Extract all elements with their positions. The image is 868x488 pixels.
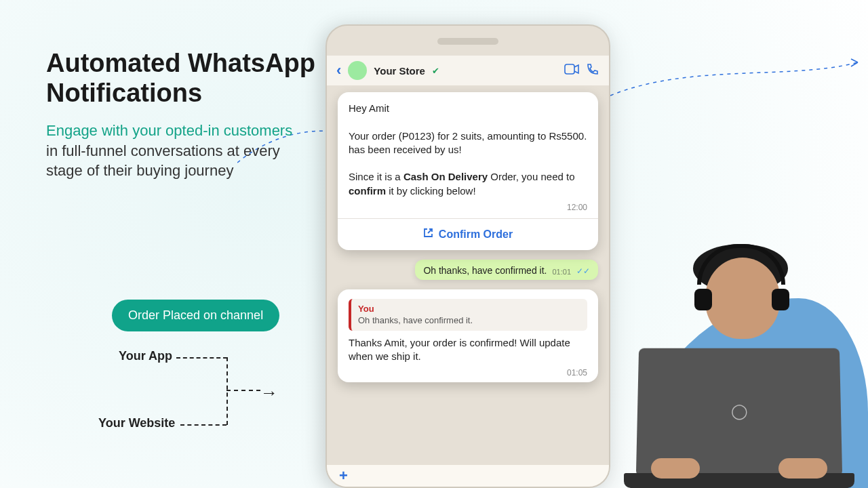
dashed-line [226, 390, 260, 391]
quote-author: You [358, 303, 580, 315]
confirm-order-button[interactable]: Confirm Order [349, 219, 587, 246]
external-link-icon [423, 228, 433, 241]
store-avatar[interactable] [348, 61, 367, 80]
quoted-reply: You Oh thanks, have confirmed it. [349, 299, 587, 331]
confirm-order-label: Confirm Order [439, 227, 513, 242]
headset-icon [697, 244, 785, 285]
laptop: ◯ [636, 348, 842, 476]
back-icon[interactable]: ‹ [336, 62, 341, 79]
agent-photo: ◯ [583, 264, 868, 488]
video-call-icon[interactable] [564, 64, 579, 78]
msg-body-2: Since it is a Cash On Delivery Order, yo… [349, 170, 587, 198]
msg-body: Thanks Amit, your order is confirmed! Wi… [349, 336, 587, 364]
composer-bar: + [327, 465, 609, 487]
chat-body: Hey Amit Your order (P0123) for 2 suits,… [327, 85, 609, 487]
decor-curve-right [597, 54, 868, 122]
msg-timestamp: 01:05 [349, 367, 587, 378]
msg-greeting: Hey Amit [349, 102, 587, 115]
incoming-message-card: Hey Amit Your order (P0123) for 2 suits,… [338, 92, 598, 250]
outgoing-reply-bubble: Oh thanks, have confirmed it. 01:01 ✓✓ [415, 260, 598, 280]
reply-timestamp: 01:01 [552, 268, 571, 276]
reply-text: Oh thanks, have confirmed it. [423, 265, 547, 276]
store-name[interactable]: Your Store [374, 65, 425, 77]
incoming-message-card: You Oh thanks, have confirmed it. Thanks… [338, 289, 598, 383]
read-receipt-icon: ✓✓ [576, 266, 590, 276]
channel-pill: Order Placed on channel [112, 300, 279, 331]
headline: Automated WhatsApp Notifications [46, 49, 331, 108]
branch-your-app: Your App [119, 349, 172, 363]
phone-speaker [437, 38, 498, 45]
subheadline: Engage with your opted-in customers in f… [46, 121, 304, 181]
phone-mock: ‹ Your Store ✔ Hey Amit Your order (P012… [326, 24, 610, 488]
verified-badge-icon: ✔ [432, 66, 439, 76]
msg-timestamp: 12:00 [349, 202, 587, 213]
dashed-line [180, 424, 226, 426]
voice-call-icon[interactable] [586, 62, 599, 79]
arrow-right-icon: → [260, 382, 278, 403]
branch-your-website: Your Website [98, 416, 175, 430]
chat-header: ‹ Your Store ✔ [327, 56, 609, 85]
quote-text: Oh thanks, have confirmed it. [358, 314, 580, 327]
msg-body-1: Your order (P0123) for 2 suits, amountin… [349, 129, 587, 157]
subhead-highlight: Engage with your opted-in customers [46, 122, 292, 139]
dashed-line [226, 357, 228, 425]
svg-rect-0 [565, 64, 574, 74]
dashed-line [176, 357, 227, 359]
attach-plus-icon[interactable]: + [339, 467, 348, 485]
subhead-rest: in full-funnel conversations at every st… [46, 142, 280, 180]
laptop-logo-icon: ◯ [730, 403, 747, 420]
